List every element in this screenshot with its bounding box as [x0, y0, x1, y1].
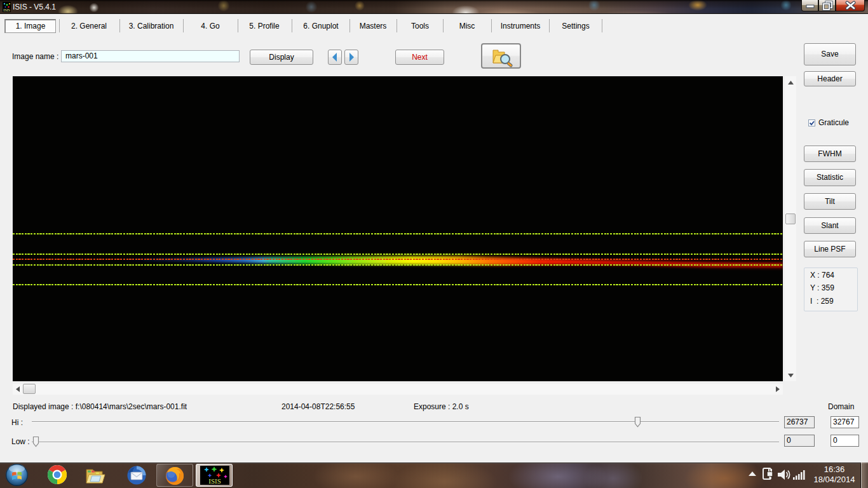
- svg-text:ISIS: ISIS: [3, 8, 10, 12]
- svg-text:ISIS: ISIS: [208, 477, 221, 485]
